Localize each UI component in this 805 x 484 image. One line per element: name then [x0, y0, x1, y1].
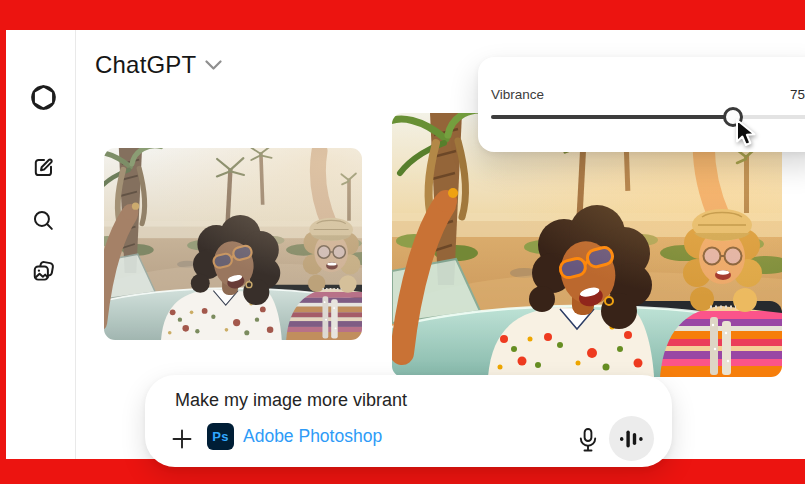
image-before[interactable] [104, 148, 362, 340]
page-title: ChatGPT [95, 51, 196, 79]
brand-frame-top [0, 0, 805, 30]
sidebar [6, 30, 76, 459]
vibrance-slider-fill [491, 115, 733, 119]
model-selector[interactable]: ChatGPT [95, 51, 222, 79]
chat-composer[interactable]: Make my image more vibrant Ps Adobe Phot… [145, 375, 672, 467]
voice-mode-icon [619, 429, 645, 449]
sidebar-item-new-chat[interactable] [22, 146, 64, 188]
before-photo-art [104, 148, 362, 340]
vibrance-label: Vibrance [491, 87, 544, 102]
dictate-button[interactable] [573, 425, 603, 455]
vibrance-value: 75 [775, 87, 805, 102]
voice-mode-button[interactable] [609, 416, 654, 461]
tool-name: Adobe Photoshop [243, 426, 382, 447]
app-window: ChatGPT Vibrance 75 Make my image more v… [0, 0, 805, 484]
openai-logo[interactable] [22, 76, 64, 118]
attach-button[interactable] [167, 424, 197, 454]
new-chat-icon [31, 155, 56, 180]
plus-icon [171, 428, 193, 450]
photoshop-icon: Ps [207, 423, 234, 450]
after-photo-art [392, 113, 782, 377]
sidebar-item-library[interactable] [22, 250, 64, 292]
search-icon [31, 208, 56, 233]
chevron-down-icon [205, 60, 222, 71]
openai-logo-icon [29, 83, 58, 112]
library-icon [31, 259, 56, 284]
image-after[interactable] [392, 113, 782, 377]
composer-input[interactable]: Make my image more vibrant [175, 390, 407, 411]
cursor-icon [734, 119, 758, 147]
sidebar-item-search[interactable] [22, 199, 64, 241]
mic-icon [576, 427, 600, 453]
tool-chip-photoshop[interactable]: Ps Adobe Photoshop [207, 423, 382, 450]
